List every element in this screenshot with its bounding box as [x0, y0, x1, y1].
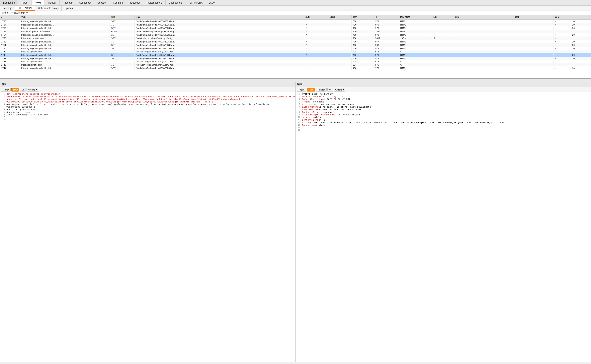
col-header-TLS[interactable]: TLS: [553, 15, 571, 20]
sub-nav-item-websockets-history[interactable]: WebSockets history: [35, 6, 62, 11]
table-cell: [454, 23, 514, 26]
table-row[interactable]: 1755http://amdopen.m.taobao.comPOST/amdc…: [0, 30, 591, 33]
table-cell: [329, 50, 351, 53]
request-raw-btn[interactable]: Raw: [11, 88, 20, 91]
table-row[interactable]: 1751https://googleads.g.doubleclick....G…: [0, 43, 591, 47]
table-row[interactable]: 1746https://csi.gstatic.comGET/csi?app=o…: [0, 60, 591, 63]
col-header-评论[interactable]: 评论: [514, 15, 553, 20]
col-header-长[interactable]: 长: [374, 15, 399, 20]
col-header-编辑[interactable]: 编辑: [329, 15, 351, 20]
table-cell: [514, 57, 553, 60]
table-row[interactable]: 1754https://googleads.g.doubleclick....G…: [0, 33, 591, 37]
col-header-#[interactable]: #: [0, 15, 20, 20]
request-line: 6Accept-Encoding: gzip, deflate: [0, 113, 295, 116]
line-content: [7, 118, 295, 121]
line-content: Host: csi.gstatic.com: [7, 108, 295, 111]
col-header-方法[interactable]: 方法: [110, 15, 135, 20]
table-cell: [514, 53, 553, 57]
response-raw-btn[interactable]: Raw: [307, 88, 315, 91]
table-cell: [431, 57, 454, 60]
table-row[interactable]: 1757https://googleads.g.doubleclick....G…: [0, 23, 591, 26]
sub-nav-item-http-history[interactable]: HTTP history: [15, 6, 35, 11]
pane-divider[interactable]: ...: [0, 79, 591, 82]
col-header-参数[interactable]: 参数: [304, 15, 329, 20]
top-nav-item-recaptcha[interactable]: reCAPTCHA: [186, 0, 206, 5]
table-cell: [431, 47, 454, 50]
request-actions-btn[interactable]: Actions ▾: [27, 88, 38, 91]
table-cell: 400: [352, 33, 374, 37]
table-row[interactable]: 1749https://csi.gstatic.comGET/csi?app=o…: [0, 50, 591, 53]
table-cell: ✓: [304, 23, 329, 26]
table-cell: https://googleads.g.doubleclick....: [20, 47, 110, 50]
col-header-标题[interactable]: 标题: [454, 15, 514, 20]
top-nav-item-json[interactable]: JSON: [206, 0, 219, 5]
top-nav-item-dashboard[interactable]: Dashboard: [0, 0, 18, 5]
table-row[interactable]: 1748https://googleads.g.doubleclick....G…: [0, 53, 591, 57]
col-header-MIME类型[interactable]: MIME类型: [399, 15, 431, 20]
response-actions-btn[interactable]: Actions ▾: [334, 88, 345, 91]
col-header-[interactable]: [571, 15, 591, 20]
table-cell: 204: [352, 63, 374, 66]
response-line: 2Access-Control-Allow-Origin: *: [296, 95, 591, 98]
col-header-延期[interactable]: 延期: [431, 15, 454, 20]
table-cell: /mads/gma?submodel=MIX%202S&an...: [135, 40, 304, 43]
table-row[interactable]: 1745https://csi.gstatic.comGET/csi?app=o…: [0, 63, 591, 66]
table-cell: /mads/gma?submodel=MIX%202S&an...: [135, 26, 304, 30]
table-cell: [329, 26, 351, 30]
table-cell: ✓: [304, 37, 329, 40]
request-toolbar: Pretty Raw \n Actions ▾: [0, 87, 295, 92]
col-header-状态[interactable]: 状态: [352, 15, 374, 20]
table-cell: 1746: [0, 60, 20, 63]
response-pretty-btn[interactable]: Pretty: [297, 88, 306, 91]
table-row[interactable]: 1753https://mon.snssdk.comGET/monitor/ap…: [0, 37, 591, 40]
response-newline-btn[interactable]: \n: [327, 88, 333, 91]
request-line: 2318496669%2C318486317%2C318482031%2C318…: [0, 95, 295, 103]
line-number: 6: [1, 113, 7, 116]
request-pretty-btn[interactable]: Pretty: [1, 88, 11, 91]
request-newline-btn[interactable]: \n: [20, 88, 26, 91]
table-row[interactable]: 1747https://googleads.g.doubleclick....G…: [0, 57, 591, 60]
line-number: 10: [297, 116, 302, 119]
table-row[interactable]: 1750https://googleads.g.doubleclick....G…: [0, 47, 591, 50]
top-nav-item-user-options[interactable]: User options: [166, 0, 186, 5]
table-cell: 979: [374, 26, 399, 30]
table-cell: [329, 66, 351, 70]
top-nav-item-decoder[interactable]: Decoder: [94, 0, 110, 5]
table-row[interactable]: 1744https://googleads.g.doubleclick....G…: [0, 66, 591, 70]
table-cell: POST: [110, 30, 135, 33]
col-header-URL[interactable]: URL: [135, 15, 304, 20]
table-cell: 20: [571, 26, 591, 30]
line-number: 1: [1, 93, 7, 95]
line-number: 15: [297, 129, 302, 131]
table-cell: 20: [571, 33, 591, 37]
table-cell: [454, 37, 514, 40]
top-nav-item-extender[interactable]: Extender: [127, 0, 143, 5]
table-cell: GET: [110, 37, 135, 40]
sub-nav-item-intercept[interactable]: Intercept: [0, 6, 15, 11]
table-cell: 20: [571, 57, 591, 60]
table-cell: https://csi.gstatic.com: [20, 63, 110, 66]
top-nav-item-repeater[interactable]: Repeater: [60, 0, 76, 5]
top-nav-item-target[interactable]: Target: [18, 0, 32, 5]
table-row[interactable]: 1758https://googleads.g.doubleclick....G…: [0, 20, 591, 23]
sub-nav: InterceptHTTP historyWebSockets historyO…: [0, 6, 591, 11]
top-nav-item-project-options[interactable]: Project options: [143, 0, 166, 5]
sub-nav-item-options[interactable]: Options: [62, 6, 76, 11]
table-row[interactable]: 1752https://googleads.g.doubleclick....G…: [0, 40, 591, 43]
table-cell: ✓: [553, 26, 571, 30]
top-nav-item-proxy[interactable]: Proxy: [32, 0, 45, 5]
table-cell: ✓: [304, 66, 329, 70]
table-cell: 980: [374, 43, 399, 47]
request-line: 3User-Agent: Mozilla/5.0 (Linux; Android…: [0, 103, 295, 108]
table-cell: /monitor/appmonitor/v3/settings?sdk_v...: [135, 37, 304, 40]
table-cell: https://googleads.g.doubleclick....: [20, 33, 110, 37]
top-nav-item-sequencer[interactable]: Sequencer: [76, 0, 94, 5]
table-row[interactable]: 1756https://googleads.g.doubleclick....G…: [0, 26, 591, 30]
request-content: 1GET /csi?app=org.sandrob.drony&os=10&e=…: [0, 92, 295, 362]
top-nav-item-intruder[interactable]: Intruder: [45, 0, 60, 5]
table-cell: 979: [374, 33, 399, 37]
response-render-btn[interactable]: Render: [316, 88, 327, 91]
top-nav-item-comparer[interactable]: Comparer: [110, 0, 127, 5]
table-cell: [553, 60, 571, 63]
col-header-主机[interactable]: 主机: [20, 15, 110, 20]
